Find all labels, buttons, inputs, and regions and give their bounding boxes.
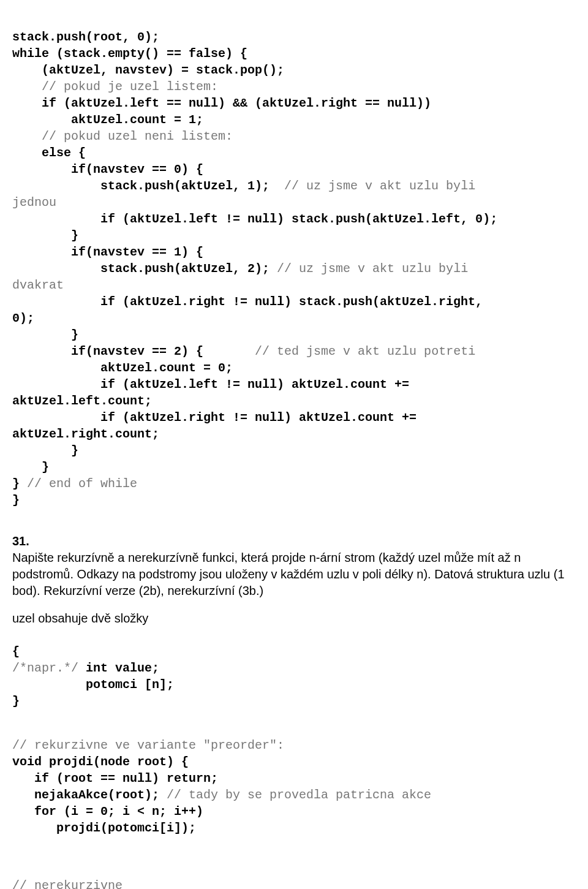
code-line: aktUzel.right.count; [12,427,159,441]
section-number: 31. [12,533,576,550]
code-line: int value; [78,661,159,675]
code-comment: // tady by se provedla patricna akce [159,788,431,802]
code-line: { [12,645,20,659]
code-comment: // pokud uzel neni listem: [42,129,233,143]
code-line: void projdi(node root) { [12,755,189,769]
code-line: nejakaAkce(root); [12,788,159,802]
code-line: aktUzel.count = 0; [12,361,233,375]
code-comment: // rekurzivne ve variante "preorder": [12,738,284,752]
code-line: } [12,328,78,342]
code-comment: // uz jsme v akt uzlu byli [284,179,475,193]
question-subtext: uzel obsahuje dvě složky [12,610,576,627]
code-line [12,129,42,143]
code-line: } [12,229,78,243]
code-line: } [12,493,20,507]
code-line [12,80,42,94]
code-line: } [12,460,49,474]
code-line: if (root == null) return; [12,771,218,785]
code-line: while (stack.empty() == false) { [12,47,247,61]
code-line: if (aktUzel.left != null) stack.push(akt… [12,212,497,226]
code-line: if(navstev == 0) { [12,162,203,176]
code-comment: // pokud je uzel listem: [42,80,218,94]
code-line: for (i = 0; i < n; i++) [12,804,203,819]
code-comment: dvakrat [12,278,64,292]
code-block-2: { /*napr.*/ int value; potomci [n]; } [12,627,576,709]
code-comment: jednou [12,195,56,210]
code-comment: /*napr.*/ [12,661,78,675]
code-line: if (aktUzel.right != null) stack.push(ak… [12,295,483,309]
code-line: if (aktUzel.left == null) && (aktUzel.ri… [12,96,431,110]
code-line: } [12,477,27,491]
question-block: 31. Napište rekurzívně a nerekurzívně fu… [12,533,576,627]
code-line: if (aktUzel.right != null) aktUzel.count… [12,410,417,425]
code-comment: // uz jsme v akt uzlu byli [277,262,468,276]
code-line: if(navstev == 2) { [12,344,255,358]
code-block-4: // nerekurzivne [12,861,576,889]
code-line: if(navstev == 1) { [12,245,203,259]
code-line: stack.push(aktUzel, 2); [12,262,277,276]
code-line: if (aktUzel.left != null) aktUzel.count … [12,377,409,392]
code-line: } [12,444,78,458]
code-block-3: // rekurzivne ve variante "preorder": vo… [12,721,576,836]
code-line: stack.push(aktUzel, 1); [12,179,284,193]
code-block-1: stack.push(root, 0); while (stack.empty(… [12,12,576,509]
code-line: projdi(potomci[i]); [12,821,196,835]
code-comment: // ted jsme v akt uzlu potreti [255,344,475,358]
code-line: 0); [12,311,34,325]
code-line: } [12,694,20,708]
code-line: stack.push(root, 0); [12,30,159,44]
question-text: Napište rekurzívně a nerekurzívně funkci… [12,550,576,599]
code-line: aktUzel.left.count; [12,394,152,408]
code-line: potomci [n]; [12,678,174,692]
code-line: (aktUzel, navstev) = stack.pop(); [12,63,284,77]
code-comment: // nerekurzivne [12,879,123,889]
code-line: else { [12,146,86,160]
code-line: aktUzel.count = 1; [12,113,203,127]
code-comment: // end of while [27,477,137,491]
